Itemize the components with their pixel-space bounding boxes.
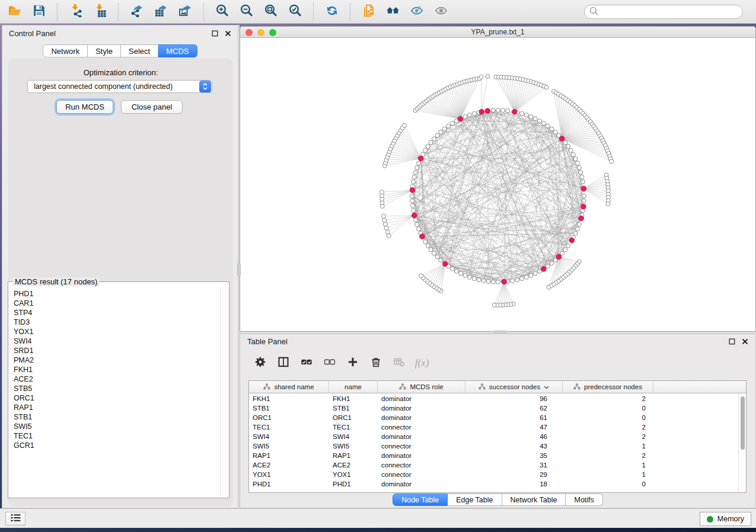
- close-panel-icon[interactable]: [742, 338, 748, 345]
- table-cell[interactable]: dominator: [378, 432, 465, 441]
- table-cell[interactable]: connector: [378, 460, 465, 470]
- graph-node[interactable]: [542, 121, 546, 126]
- graph-hub-node[interactable]: [410, 188, 415, 193]
- graph-node[interactable]: [413, 170, 417, 174]
- mcds-result-scrollbar[interactable]: [220, 287, 228, 497]
- graph-node[interactable]: [423, 240, 428, 244]
- graph-hub-node[interactable]: [581, 204, 586, 209]
- mcds-result-item[interactable]: CAR1: [14, 299, 220, 308]
- table-cell[interactable]: 29: [465, 470, 563, 479]
- zoom-out-button[interactable]: [234, 2, 259, 22]
- graph-node[interactable]: [459, 271, 463, 275]
- mcds-result-item[interactable]: ACE2: [14, 374, 220, 384]
- graph-hub-node[interactable]: [458, 116, 463, 121]
- float-panel-icon[interactable]: [212, 30, 218, 37]
- graph-node[interactable]: [486, 74, 490, 78]
- graph-node[interactable]: [481, 279, 486, 283]
- table-cell[interactable]: ORC1: [329, 413, 378, 422]
- graph-node[interactable]: [491, 108, 495, 113]
- graph-node[interactable]: [577, 166, 581, 170]
- column-header-shared-name[interactable]: shared name: [249, 381, 329, 393]
- graph-node[interactable]: [415, 166, 419, 170]
- graph-node[interactable]: [566, 243, 570, 248]
- zoom-fit-button[interactable]: [259, 2, 283, 22]
- graph-node[interactable]: [477, 278, 481, 282]
- table-cell[interactable]: 1: [563, 441, 653, 451]
- table-cell[interactable]: dominator: [378, 394, 465, 403]
- graph-node[interactable]: [529, 115, 533, 119]
- save-session-button[interactable]: [27, 2, 51, 22]
- table-cell[interactable]: FKH1: [329, 394, 378, 403]
- graph-node[interactable]: [491, 280, 495, 284]
- graph-node[interactable]: [446, 124, 451, 128]
- table-cell[interactable]: 43: [465, 441, 563, 451]
- table-row[interactable]: SWI4SWI4dominator462: [249, 432, 738, 441]
- close-panel-button[interactable]: Close panel: [121, 100, 183, 114]
- column-header-mcds-role[interactable]: MCDS role: [378, 381, 465, 393]
- graph-node[interactable]: [410, 204, 414, 208]
- graph-node[interactable]: [435, 133, 439, 137]
- graph-hub-node[interactable]: [556, 254, 562, 259]
- table-cell[interactable]: ACE2: [249, 460, 329, 470]
- graph-node[interactable]: [410, 199, 414, 203]
- table-cell[interactable]: ORC1: [249, 413, 329, 422]
- table-cell[interactable]: TEC1: [329, 422, 378, 432]
- table-cell[interactable]: 0: [563, 413, 653, 422]
- graph-node[interactable]: [496, 108, 500, 113]
- optimization-criterion-select[interactable]: largest connected component (undirected): [27, 80, 212, 93]
- mcds-result-item[interactable]: RAP1: [14, 403, 220, 412]
- graph-node[interactable]: [450, 121, 454, 126]
- graph-hub-node[interactable]: [479, 109, 484, 114]
- table-cell[interactable]: 2: [563, 422, 653, 432]
- graph-node[interactable]: [472, 111, 476, 116]
- run-mcds-button[interactable]: Run MCDS: [56, 100, 113, 114]
- graph-hub-node[interactable]: [485, 108, 490, 114]
- table-cell[interactable]: connector: [378, 422, 465, 432]
- window-close-icon[interactable]: [245, 29, 253, 36]
- window-maximize-icon[interactable]: [269, 29, 276, 36]
- deselect-all-rows-button[interactable]: [318, 352, 341, 374]
- tab-style[interactable]: Style: [88, 44, 121, 57]
- graph-node[interactable]: [412, 180, 416, 184]
- graph-node[interactable]: [382, 218, 387, 222]
- graph-node[interactable]: [387, 234, 391, 238]
- column-header-name[interactable]: name: [329, 381, 378, 393]
- table-cell[interactable]: STB1: [249, 403, 329, 413]
- search-input[interactable]: [599, 6, 742, 18]
- graph-node[interactable]: [524, 275, 528, 279]
- graph-node[interactable]: [546, 264, 550, 268]
- table-cell[interactable]: dominator: [378, 403, 465, 413]
- table-cell[interactable]: PHD1: [329, 479, 378, 489]
- graph-node[interactable]: [580, 175, 584, 179]
- table-cell[interactable]: YOX1: [329, 470, 378, 479]
- mcds-result-item[interactable]: GCR1: [14, 441, 220, 450]
- refresh-view-button[interactable]: [320, 2, 344, 22]
- hide-details-button[interactable]: [405, 2, 429, 22]
- graph-node[interactable]: [577, 222, 581, 226]
- graph-node[interactable]: [546, 124, 550, 128]
- graph-node[interactable]: [439, 258, 443, 262]
- graph-node[interactable]: [576, 161, 580, 165]
- table-cell[interactable]: connector: [378, 470, 465, 479]
- graph-node[interactable]: [450, 267, 454, 271]
- graph-node[interactable]: [435, 255, 439, 259]
- graph-node[interactable]: [426, 145, 430, 149]
- graph-node[interactable]: [383, 222, 387, 226]
- show-details-button[interactable]: [429, 2, 454, 22]
- graph-hub-node[interactable]: [420, 234, 425, 239]
- table-cell[interactable]: 2: [563, 432, 653, 441]
- graph-node[interactable]: [382, 214, 386, 219]
- mcds-result-item[interactable]: SRD1: [14, 346, 220, 355]
- automation-panel-button[interactable]: [5, 512, 25, 525]
- graph-node[interactable]: [579, 170, 583, 174]
- splitter-grip[interactable]: [237, 264, 241, 275]
- table-cell[interactable]: SWI4: [249, 432, 329, 441]
- mcds-result-item[interactable]: YOX1: [14, 327, 220, 336]
- table-cell[interactable]: 1: [563, 470, 653, 479]
- graph-node[interactable]: [511, 279, 515, 283]
- tab-select[interactable]: Select: [121, 44, 158, 57]
- graph-node[interactable]: [573, 157, 578, 161]
- graph-node[interactable]: [454, 269, 458, 273]
- graph-node[interactable]: [385, 230, 390, 234]
- table-scrollbar[interactable]: [738, 394, 746, 492]
